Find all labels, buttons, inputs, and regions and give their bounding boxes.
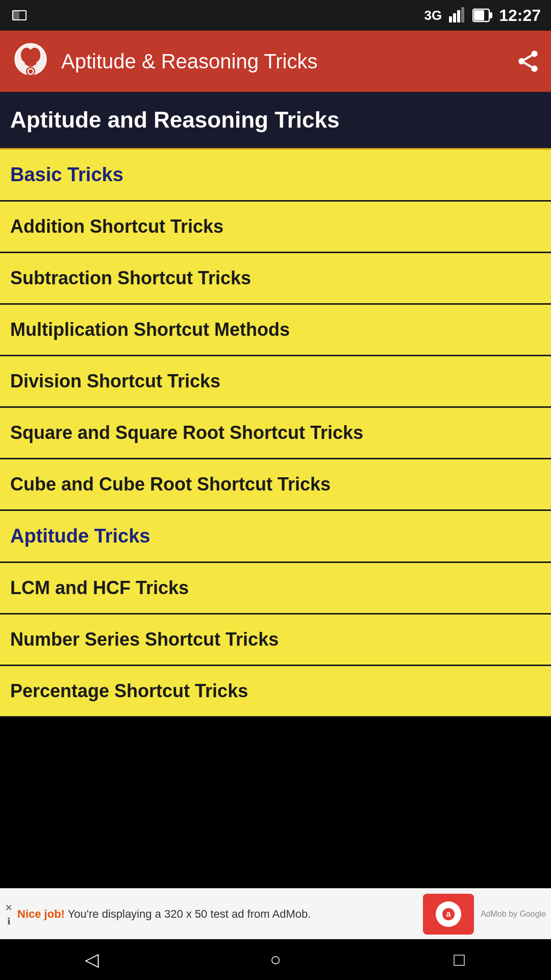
svg-point-19 [518, 58, 525, 65]
svg-rect-5 [457, 10, 460, 22]
signal-icon [448, 6, 466, 24]
list-container: Basic TricksAddition Shortcut TricksSubt… [0, 150, 551, 718]
list-item-label-number-series: Number Series Shortcut Tricks [10, 629, 279, 650]
list-item-division-shortcut[interactable]: Division Shortcut Tricks [0, 356, 551, 408]
list-item-label-percentage-shortcut: Percentage Shortcut Tricks [10, 680, 248, 702]
ad-info-button[interactable]: ℹ [7, 916, 11, 927]
list-item-label-lcm-hcf: LCM and HCF Tricks [10, 577, 189, 599]
list-item-lcm-hcf[interactable]: LCM and HCF Tricks [0, 563, 551, 615]
list-item-multiplication-shortcut[interactable]: Multiplication Shortcut Methods [0, 305, 551, 356]
list-item-label-square-root-shortcut: Square and Square Root Shortcut Tricks [10, 422, 363, 444]
svg-point-20 [531, 65, 538, 72]
ad-logo[interactable]: a [423, 894, 474, 935]
list-item-aptitude-tricks[interactable]: Aptitude Tricks [0, 511, 551, 563]
status-bar-left [10, 6, 29, 24]
list-item-label-addition-shortcut: Addition Shortcut Tricks [10, 216, 223, 237]
list-item-label-subtraction-shortcut: Subtraction Shortcut Tricks [10, 267, 251, 289]
svg-text:a: a [446, 910, 450, 918]
ad-provider-label: AdMob by Google [481, 910, 546, 919]
svg-point-17 [29, 69, 33, 74]
status-time: 12:27 [499, 6, 541, 25]
ad-content: Nice job! You're displaying a 320 x 50 t… [17, 908, 418, 921]
toolbar: Aptitude & Reasoning Tricks [0, 31, 551, 92]
ad-headline: Nice job! You're displaying a 320 x 50 t… [17, 908, 418, 921]
list-item-label-aptitude-tricks: Aptitude Tricks [10, 525, 151, 547]
battery-icon [472, 6, 493, 24]
ad-close-controls: × ℹ [5, 901, 12, 927]
ad-banner: × ℹ Nice job! You're displaying a 320 x … [0, 888, 551, 939]
svg-rect-2 [13, 11, 19, 19]
status-bar: 3G 12:27 [0, 0, 551, 31]
ad-logo-inner: a [436, 901, 461, 927]
recents-button[interactable]: □ [439, 939, 480, 980]
svg-line-22 [524, 56, 532, 60]
list-item-subtraction-shortcut[interactable]: Subtraction Shortcut Tricks [0, 253, 551, 305]
svg-point-15 [26, 60, 35, 67]
svg-rect-6 [461, 7, 464, 22]
list-item-label-cube-root-shortcut: Cube and Cube Root Shortcut Tricks [10, 474, 331, 495]
svg-line-21 [524, 63, 532, 67]
svg-point-18 [531, 51, 538, 57]
list-item-label-basic-tricks: Basic Tricks [10, 164, 123, 185]
toolbar-title: Aptitude & Reasoning Tricks [61, 50, 505, 73]
status-bar-right: 3G 12:27 [424, 6, 541, 25]
page-title-container: Aptitude and Reasoning Tricks [0, 92, 551, 150]
network-label: 3G [424, 8, 442, 23]
svg-rect-4 [453, 13, 456, 22]
list-item-basic-tricks[interactable]: Basic Tricks [0, 150, 551, 202]
svg-rect-9 [474, 10, 484, 20]
share-button[interactable] [515, 48, 541, 74]
list-item-addition-shortcut[interactable]: Addition Shortcut Tricks [0, 202, 551, 253]
list-item-square-root-shortcut[interactable]: Square and Square Root Shortcut Tricks [0, 408, 551, 459]
bottom-nav: ◁ ○ □ [0, 939, 551, 980]
list-item-number-series[interactable]: Number Series Shortcut Tricks [0, 615, 551, 666]
home-button[interactable]: ○ [255, 939, 296, 980]
ad-close-button[interactable]: × [5, 901, 12, 914]
svg-rect-3 [449, 16, 452, 22]
list-item-cube-root-shortcut[interactable]: Cube and Cube Root Shortcut Tricks [0, 459, 551, 511]
page-title: Aptitude and Reasoning Tricks [10, 107, 339, 132]
list-item-percentage-shortcut[interactable]: Percentage Shortcut Tricks [0, 666, 551, 718]
svg-rect-8 [490, 12, 492, 18]
notification-icon [10, 6, 29, 24]
list-item-label-multiplication-shortcut: Multiplication Shortcut Methods [10, 319, 290, 340]
app-logo [10, 41, 51, 82]
back-button[interactable]: ◁ [71, 939, 112, 980]
list-item-label-division-shortcut: Division Shortcut Tricks [10, 371, 220, 392]
